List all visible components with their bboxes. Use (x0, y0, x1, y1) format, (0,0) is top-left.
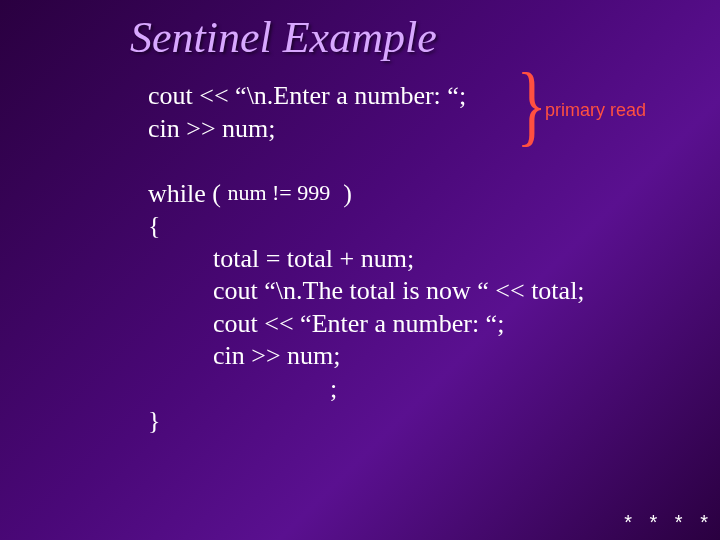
code-line-1: cout << “\n.Enter a number: “; (148, 81, 466, 110)
code-line-2: cin >> num; (148, 114, 276, 143)
annotation-label: primary read (545, 100, 646, 121)
annotation-brace: } (516, 60, 546, 150)
code-line-7: cout << “Enter a number: “; (148, 309, 504, 338)
slide-title: Sentinel Example (130, 12, 437, 63)
code-line-3a: while ( (148, 179, 227, 208)
code-line-4: { (148, 211, 160, 240)
code-line-8: cin >> num; (148, 341, 341, 370)
code-line-3b: ) (330, 179, 352, 208)
while-condition: num != 999 (227, 180, 330, 205)
code-line-6: cout “\n.The total is now “ << total; (148, 276, 585, 305)
code-line-9: ; (148, 374, 337, 403)
footer-stars: * * * * (624, 511, 714, 534)
code-line-10: } (148, 406, 160, 435)
code-line-5: total = total + num; (148, 244, 414, 273)
